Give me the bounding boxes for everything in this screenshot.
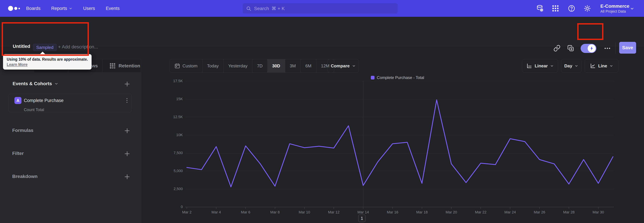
x-axis-label: Mar 14 [350,210,376,214]
x-axis-label: Mar 2 [174,210,200,214]
x-axis-label: Mar 28 [556,210,582,214]
sampling-tooltip: Using 10% of data. Results are approxima… [3,54,92,70]
x-axis-label: Mar 18 [408,210,435,214]
pagination-page-button[interactable]: 1 [358,214,366,222]
x-axis-label: Mar 20 [438,210,465,214]
y-axis-label: 5,000 [154,169,183,173]
app-root: Boards Reports Users Events [0,0,644,223]
x-axis-label: Mar 12 [320,210,347,214]
x-axis-label: Mar 24 [497,210,524,214]
x-axis-label: Mar 22 [467,210,494,214]
x-axis-label: Mar 16 [379,210,406,214]
series-line-complete-purchase[interactable] [187,100,613,187]
tooltip-arrow [40,52,45,54]
x-axis-label: Mar 26 [526,210,553,214]
y-axis-label: 12.5K [154,115,183,119]
y-axis-label: 17.5K [154,79,183,83]
y-axis-label: 10K [154,133,183,137]
x-axis-label: Mar 6 [232,210,259,214]
y-axis-label: 0 [154,205,183,209]
tooltip-learn-more-link[interactable]: Learn More [7,62,88,67]
y-axis-label: 7,500 [154,151,183,155]
line-chart[interactable] [0,0,644,223]
x-axis-label: Mar 10 [291,210,318,214]
x-axis-label: Mar 8 [262,210,288,214]
y-axis-label: 2,500 [154,187,183,191]
x-axis-label: Mar 4 [203,210,230,214]
y-axis-label: 15K [154,97,183,101]
tooltip-text: Using 10% of data. Results are approxima… [7,57,88,62]
x-axis-label: Mar 30 [585,210,612,214]
